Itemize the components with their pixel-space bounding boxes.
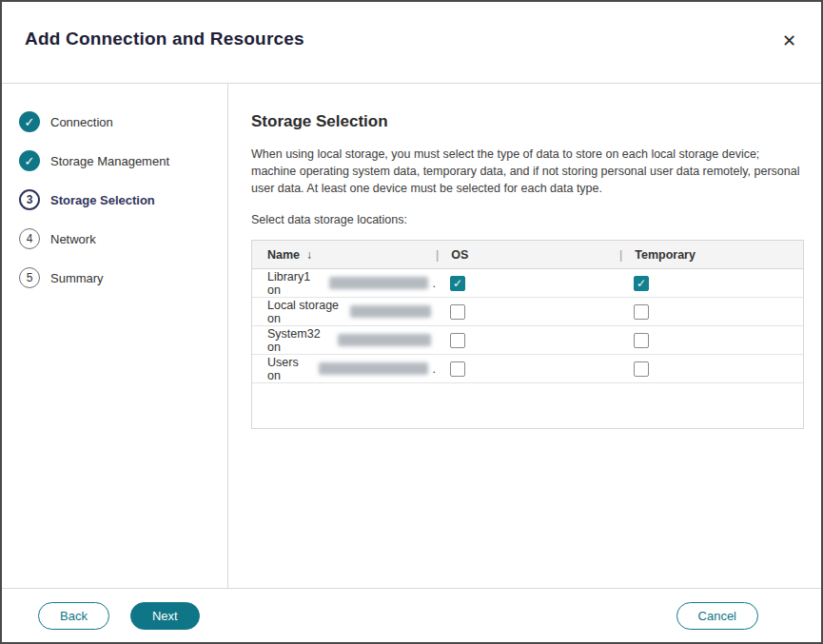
temporary-cell [619, 333, 803, 348]
dialog-header: Add Connection and Resources ✕ [2, 2, 821, 84]
temporary-column-header: | Temporary [619, 248, 803, 262]
step-label: Storage Management [50, 154, 169, 168]
os-cell [436, 333, 619, 348]
back-button[interactable]: Back [38, 602, 109, 630]
step-label: Network [50, 232, 96, 246]
temporary-cell [619, 276, 803, 291]
table-row: Local storage on [252, 298, 803, 326]
storage-name-text: Library1 on [267, 270, 324, 297]
temporary-checkbox[interactable] [634, 276, 649, 291]
step-label: Summary [50, 271, 104, 285]
storage-name-text: System32 on [267, 327, 333, 354]
select-locations-label: Select data storage locations: [251, 213, 804, 226]
step-complete-check-icon: ✓ [19, 111, 40, 132]
temporary-checkbox[interactable] [634, 304, 649, 320]
storage-name-text: Local storage on [267, 299, 345, 325]
table-row: Users on . [252, 355, 803, 383]
cancel-button[interactable]: Cancel [676, 602, 758, 630]
os-checkbox[interactable] [450, 361, 465, 377]
os-column-header: | OS [436, 248, 619, 262]
storage-name-cell: System32 on [252, 327, 436, 354]
redacted-text [350, 305, 431, 318]
step-number-badge: 4 [19, 228, 40, 249]
step-label: Storage Selection [50, 193, 155, 207]
name-column-header[interactable]: Name ↓ [252, 248, 436, 262]
step-connection[interactable]: ✓ Connection [2, 110, 227, 133]
dialog-body: ✓ Connection ✓ Storage Management 3 Stor… [2, 84, 821, 592]
sort-down-icon[interactable]: ↓ [306, 248, 312, 262]
page-title: Storage Selection [251, 112, 804, 131]
name-header-label: Name [267, 248, 300, 262]
step-network[interactable]: 4 Network [2, 227, 227, 250]
add-connection-dialog: { "dialog": { "title": "Add Connection a… [0, 0, 823, 644]
table-row: Library1 on . [252, 269, 803, 298]
storage-name-cell: Local storage on [252, 299, 436, 325]
temporary-cell [619, 304, 803, 320]
temporary-checkbox[interactable] [634, 361, 649, 377]
os-header-label: OS [451, 248, 468, 262]
dialog-title: Add Connection and Resources [25, 29, 304, 49]
temporary-cell [619, 361, 803, 377]
os-cell [436, 304, 619, 320]
redacted-text [319, 362, 428, 375]
table-empty-area [252, 383, 803, 428]
description-text: When using local storage, you must selec… [251, 146, 804, 197]
table-row: System32 on [252, 326, 803, 355]
storage-name-cell: Users on . [252, 356, 436, 382]
step-complete-check-icon: ✓ [19, 150, 40, 171]
storage-name-text: Users on [267, 356, 314, 382]
storage-locations-table: Name ↓ | OS | Temporary Library1 on . [251, 240, 804, 429]
redacted-text [338, 334, 431, 346]
os-cell [436, 361, 619, 377]
step-storage-management[interactable]: ✓ Storage Management [2, 149, 227, 172]
step-label: Connection [50, 115, 113, 129]
step-summary[interactable]: 5 Summary [2, 266, 227, 289]
os-checkbox[interactable] [450, 333, 465, 348]
table-header: Name ↓ | OS | Temporary [252, 241, 803, 269]
step-storage-selection[interactable]: 3 Storage Selection [2, 188, 227, 211]
redacted-text [329, 277, 428, 289]
storage-name-cell: Library1 on . [252, 270, 436, 297]
temporary-header-label: Temporary [635, 248, 696, 262]
step-number-badge: 5 [19, 267, 40, 288]
os-cell [436, 276, 619, 291]
content-pane: Storage Selection When using local stora… [228, 84, 823, 592]
dialog-footer: Back Next Cancel [2, 588, 821, 642]
column-separator: | [619, 248, 622, 262]
column-separator: | [436, 248, 439, 262]
step-number-badge: 3 [19, 189, 40, 210]
close-icon[interactable]: ✕ [782, 32, 796, 49]
os-checkbox[interactable] [450, 304, 465, 320]
temporary-checkbox[interactable] [634, 333, 649, 348]
next-button[interactable]: Next [130, 602, 200, 630]
os-checkbox[interactable] [450, 276, 465, 291]
wizard-steps-sidebar: ✓ Connection ✓ Storage Management 3 Stor… [2, 84, 228, 592]
